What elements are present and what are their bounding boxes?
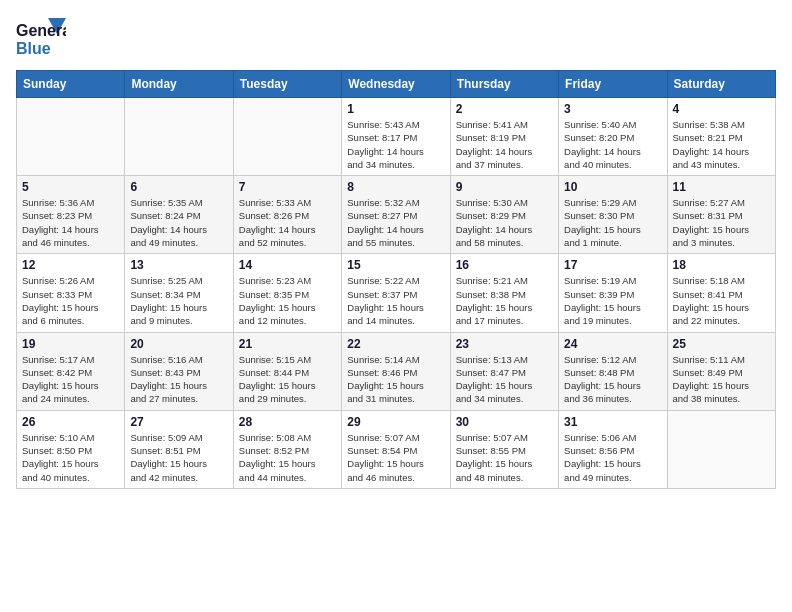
calendar-cell: 15Sunrise: 5:22 AMSunset: 8:37 PMDayligh…	[342, 254, 450, 332]
day-number: 11	[673, 180, 770, 194]
calendar-week-3: 12Sunrise: 5:26 AMSunset: 8:33 PMDayligh…	[17, 254, 776, 332]
calendar-week-4: 19Sunrise: 5:17 AMSunset: 8:42 PMDayligh…	[17, 332, 776, 410]
day-number: 18	[673, 258, 770, 272]
logo: GeneralBlue	[16, 16, 66, 58]
calendar-cell: 8Sunrise: 5:32 AMSunset: 8:27 PMDaylight…	[342, 176, 450, 254]
calendar-cell	[233, 98, 341, 176]
day-info: Sunrise: 5:13 AMSunset: 8:47 PMDaylight:…	[456, 353, 553, 406]
calendar-cell: 5Sunrise: 5:36 AMSunset: 8:23 PMDaylight…	[17, 176, 125, 254]
calendar-cell: 18Sunrise: 5:18 AMSunset: 8:41 PMDayligh…	[667, 254, 775, 332]
day-info: Sunrise: 5:14 AMSunset: 8:46 PMDaylight:…	[347, 353, 444, 406]
day-number: 30	[456, 415, 553, 429]
calendar-cell: 28Sunrise: 5:08 AMSunset: 8:52 PMDayligh…	[233, 410, 341, 488]
calendar-cell: 26Sunrise: 5:10 AMSunset: 8:50 PMDayligh…	[17, 410, 125, 488]
day-number: 9	[456, 180, 553, 194]
calendar-cell: 22Sunrise: 5:14 AMSunset: 8:46 PMDayligh…	[342, 332, 450, 410]
calendar-cell: 10Sunrise: 5:29 AMSunset: 8:30 PMDayligh…	[559, 176, 667, 254]
day-header-thursday: Thursday	[450, 71, 558, 98]
calendar-cell: 4Sunrise: 5:38 AMSunset: 8:21 PMDaylight…	[667, 98, 775, 176]
day-info: Sunrise: 5:30 AMSunset: 8:29 PMDaylight:…	[456, 196, 553, 249]
day-number: 5	[22, 180, 119, 194]
day-info: Sunrise: 5:32 AMSunset: 8:27 PMDaylight:…	[347, 196, 444, 249]
day-number: 17	[564, 258, 661, 272]
day-number: 7	[239, 180, 336, 194]
logo-svg: GeneralBlue	[16, 16, 66, 58]
calendar-header: SundayMondayTuesdayWednesdayThursdayFrid…	[17, 71, 776, 98]
calendar-cell	[125, 98, 233, 176]
svg-text:Blue: Blue	[16, 40, 51, 57]
day-header-saturday: Saturday	[667, 71, 775, 98]
day-info: Sunrise: 5:16 AMSunset: 8:43 PMDaylight:…	[130, 353, 227, 406]
calendar-cell: 2Sunrise: 5:41 AMSunset: 8:19 PMDaylight…	[450, 98, 558, 176]
calendar-cell: 17Sunrise: 5:19 AMSunset: 8:39 PMDayligh…	[559, 254, 667, 332]
day-number: 21	[239, 337, 336, 351]
day-info: Sunrise: 5:11 AMSunset: 8:49 PMDaylight:…	[673, 353, 770, 406]
day-number: 6	[130, 180, 227, 194]
calendar-cell: 3Sunrise: 5:40 AMSunset: 8:20 PMDaylight…	[559, 98, 667, 176]
calendar-cell: 13Sunrise: 5:25 AMSunset: 8:34 PMDayligh…	[125, 254, 233, 332]
days-row: SundayMondayTuesdayWednesdayThursdayFrid…	[17, 71, 776, 98]
day-header-wednesday: Wednesday	[342, 71, 450, 98]
calendar-cell	[667, 410, 775, 488]
day-number: 22	[347, 337, 444, 351]
day-number: 8	[347, 180, 444, 194]
day-number: 29	[347, 415, 444, 429]
calendar-cell: 20Sunrise: 5:16 AMSunset: 8:43 PMDayligh…	[125, 332, 233, 410]
day-info: Sunrise: 5:08 AMSunset: 8:52 PMDaylight:…	[239, 431, 336, 484]
day-info: Sunrise: 5:25 AMSunset: 8:34 PMDaylight:…	[130, 274, 227, 327]
day-number: 23	[456, 337, 553, 351]
calendar-cell: 24Sunrise: 5:12 AMSunset: 8:48 PMDayligh…	[559, 332, 667, 410]
day-number: 13	[130, 258, 227, 272]
calendar-week-2: 5Sunrise: 5:36 AMSunset: 8:23 PMDaylight…	[17, 176, 776, 254]
day-info: Sunrise: 5:12 AMSunset: 8:48 PMDaylight:…	[564, 353, 661, 406]
day-info: Sunrise: 5:23 AMSunset: 8:35 PMDaylight:…	[239, 274, 336, 327]
day-number: 12	[22, 258, 119, 272]
day-number: 16	[456, 258, 553, 272]
calendar-cell: 19Sunrise: 5:17 AMSunset: 8:42 PMDayligh…	[17, 332, 125, 410]
svg-text:General: General	[16, 22, 66, 39]
calendar-week-1: 1Sunrise: 5:43 AMSunset: 8:17 PMDaylight…	[17, 98, 776, 176]
day-info: Sunrise: 5:27 AMSunset: 8:31 PMDaylight:…	[673, 196, 770, 249]
day-number: 14	[239, 258, 336, 272]
calendar-cell: 27Sunrise: 5:09 AMSunset: 8:51 PMDayligh…	[125, 410, 233, 488]
calendar-body: 1Sunrise: 5:43 AMSunset: 8:17 PMDaylight…	[17, 98, 776, 489]
calendar-cell: 11Sunrise: 5:27 AMSunset: 8:31 PMDayligh…	[667, 176, 775, 254]
day-number: 28	[239, 415, 336, 429]
calendar-cell: 16Sunrise: 5:21 AMSunset: 8:38 PMDayligh…	[450, 254, 558, 332]
calendar-table: SundayMondayTuesdayWednesdayThursdayFrid…	[16, 70, 776, 489]
calendar-cell: 12Sunrise: 5:26 AMSunset: 8:33 PMDayligh…	[17, 254, 125, 332]
calendar-cell: 7Sunrise: 5:33 AMSunset: 8:26 PMDaylight…	[233, 176, 341, 254]
calendar-cell: 1Sunrise: 5:43 AMSunset: 8:17 PMDaylight…	[342, 98, 450, 176]
day-number: 24	[564, 337, 661, 351]
day-number: 31	[564, 415, 661, 429]
day-header-monday: Monday	[125, 71, 233, 98]
day-info: Sunrise: 5:41 AMSunset: 8:19 PMDaylight:…	[456, 118, 553, 171]
day-info: Sunrise: 5:38 AMSunset: 8:21 PMDaylight:…	[673, 118, 770, 171]
calendar-cell: 21Sunrise: 5:15 AMSunset: 8:44 PMDayligh…	[233, 332, 341, 410]
calendar-cell: 29Sunrise: 5:07 AMSunset: 8:54 PMDayligh…	[342, 410, 450, 488]
day-info: Sunrise: 5:18 AMSunset: 8:41 PMDaylight:…	[673, 274, 770, 327]
calendar-cell: 9Sunrise: 5:30 AMSunset: 8:29 PMDaylight…	[450, 176, 558, 254]
day-header-friday: Friday	[559, 71, 667, 98]
day-number: 27	[130, 415, 227, 429]
page-header: GeneralBlue	[16, 16, 776, 58]
calendar-cell	[17, 98, 125, 176]
day-info: Sunrise: 5:22 AMSunset: 8:37 PMDaylight:…	[347, 274, 444, 327]
day-number: 19	[22, 337, 119, 351]
calendar-cell: 6Sunrise: 5:35 AMSunset: 8:24 PMDaylight…	[125, 176, 233, 254]
day-info: Sunrise: 5:10 AMSunset: 8:50 PMDaylight:…	[22, 431, 119, 484]
calendar-cell: 25Sunrise: 5:11 AMSunset: 8:49 PMDayligh…	[667, 332, 775, 410]
day-info: Sunrise: 5:29 AMSunset: 8:30 PMDaylight:…	[564, 196, 661, 249]
day-info: Sunrise: 5:07 AMSunset: 8:54 PMDaylight:…	[347, 431, 444, 484]
day-number: 26	[22, 415, 119, 429]
calendar-cell: 30Sunrise: 5:07 AMSunset: 8:55 PMDayligh…	[450, 410, 558, 488]
day-info: Sunrise: 5:15 AMSunset: 8:44 PMDaylight:…	[239, 353, 336, 406]
day-info: Sunrise: 5:19 AMSunset: 8:39 PMDaylight:…	[564, 274, 661, 327]
day-info: Sunrise: 5:43 AMSunset: 8:17 PMDaylight:…	[347, 118, 444, 171]
day-number: 10	[564, 180, 661, 194]
day-number: 20	[130, 337, 227, 351]
day-info: Sunrise: 5:35 AMSunset: 8:24 PMDaylight:…	[130, 196, 227, 249]
day-header-tuesday: Tuesday	[233, 71, 341, 98]
day-header-sunday: Sunday	[17, 71, 125, 98]
day-number: 25	[673, 337, 770, 351]
